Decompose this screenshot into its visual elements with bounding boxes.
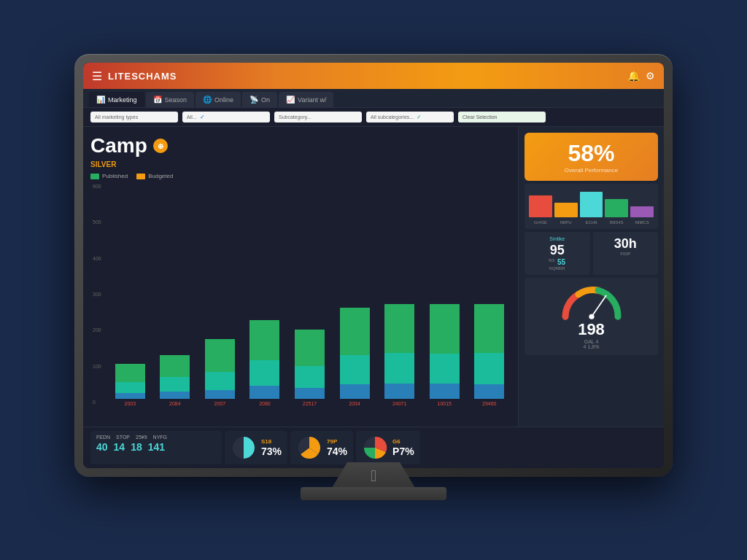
bar-group-2: 2007 <box>198 304 241 406</box>
bar-teal-3 <box>249 360 279 386</box>
bar-green-7 <box>430 304 460 354</box>
bar-blue-8 <box>474 384 504 399</box>
tab-on[interactable]: 📡 On <box>242 92 277 107</box>
pie-info-79p: 79P 74% <box>327 438 347 457</box>
bar-stack-3 <box>244 304 287 399</box>
top-bar-right: 🔔 ⚙ <box>627 70 655 82</box>
bar-group-6: 24071 <box>378 304 421 406</box>
bar-group-5: 2034 <box>333 304 376 406</box>
bar-teal-0 <box>115 382 145 393</box>
app-title: LITESCHAMS <box>108 71 177 82</box>
tab-variant[interactable]: 📈 Variant w/ <box>279 92 333 107</box>
tab-season[interactable]: 📅 Season <box>146 92 195 107</box>
variant-icon: 📈 <box>286 96 295 104</box>
stat-labels-row: FEDN STOP 25¥9 NYFG <box>96 435 216 440</box>
tab-online[interactable]: 🌐 Online <box>196 92 241 107</box>
bar-teal-2 <box>205 372 235 390</box>
bar-stack-2 <box>198 304 241 399</box>
stat-values-row: 40 14 18 141 <box>96 441 216 453</box>
settings-icon[interactable]: ⚙ <box>646 70 655 82</box>
monitor-frame: ☰ LITESCHAMS 🔔 ⚙ 📊 Marketing 📅 Season <box>74 54 673 477</box>
chart-title: Camp ⊕ <box>90 134 511 158</box>
bar-label-1: 2084 <box>169 401 181 406</box>
bar-label-3: 2080 <box>259 401 271 406</box>
bar-teal-1 <box>160 377 190 392</box>
pie-value-s18: 73% <box>261 446 282 457</box>
bar-stack-7 <box>423 304 466 399</box>
bar-label-0: 2003 <box>124 401 136 406</box>
metric-sub-n3: N3 <box>549 258 554 266</box>
metric-kqrer: KQRER <box>529 266 586 271</box>
pie-mini-79p <box>296 435 322 461</box>
metric-30h-value: 30h <box>597 236 654 252</box>
bar-stack-4 <box>288 304 331 399</box>
mini-bar-label-4: NIMCS <box>630 220 654 225</box>
mini-bar-label-2: ECH6 <box>580 220 603 225</box>
gauge-label: GAL 4 <box>584 339 599 344</box>
filter-all-sub[interactable]: All subcategories... ✓ <box>366 112 454 122</box>
stat-v1: 40 <box>96 441 108 453</box>
pie-info-s18: S18 73% <box>261 438 282 457</box>
kpi-orange-card: 58% Overall Performance <box>525 133 658 181</box>
bar-blue-1 <box>160 392 190 399</box>
kpi-label: Overall Performance <box>532 167 651 174</box>
metrics-row: Smlike 95 N3 55 KQRER 30h FIOP <box>525 232 658 275</box>
main-content: Camp ⊕ SILVER Published Budgeted <box>83 127 664 427</box>
mini-bar-chart: Gr4SEN6PUECH6B9S4SNIMCS <box>525 184 658 229</box>
gauge-card: 198 GAL 4 4 1,8% <box>525 278 658 355</box>
bar-group-7: 10015 <box>423 304 466 406</box>
bar-teal-8 <box>474 353 504 384</box>
right-panel: 58% Overall Performance Gr4SEN6PUECH6B9S… <box>518 127 664 427</box>
bar-label-6: 24071 <box>392 401 406 406</box>
legend-published: Published <box>90 173 128 179</box>
stat-label-25y9: 25¥9 <box>136 435 147 440</box>
season-icon: 📅 <box>153 96 162 104</box>
mini-bar-2 <box>580 192 603 217</box>
pie-stat-79p: 79P 74% <box>290 431 353 464</box>
monitor-screen: ☰ LITESCHAMS 🔔 ⚙ 📊 Marketing 📅 Season <box>83 63 664 468</box>
bar-green-3 <box>249 320 279 360</box>
bar-label-5: 2034 <box>349 401 360 406</box>
bar-stack-8 <box>468 304 511 399</box>
pie-value-79p: 74% <box>327 446 347 457</box>
on-icon: 📡 <box>249 96 258 104</box>
bar-group-0: 2003 <box>109 304 152 406</box>
legend-budgeted-color <box>136 174 145 179</box>
pie-value-g6: P7% <box>392 446 414 457</box>
svg-point-1 <box>589 314 594 319</box>
tab-marketing[interactable]: 📊 Marketing <box>89 92 144 107</box>
bar-group-4: 22517 <box>288 304 331 406</box>
gauge-sub: 4 1,8% <box>584 344 600 349</box>
bar-blue-7 <box>430 384 460 399</box>
filter-clear[interactable]: Clear Selection <box>458 112 546 122</box>
monitor-wrapper: ☰ LITESCHAMS 🔔 ⚙ 📊 Marketing 📅 Season <box>74 54 673 506</box>
stat-label-nyfg: NYFG <box>153 435 167 440</box>
gauge-value: 198 <box>578 320 605 339</box>
chart-wrapper: 600 500 400 300 200 100 0 20032084200720… <box>90 184 511 419</box>
gauge-svg <box>559 284 624 320</box>
bar-teal-6 <box>384 353 414 384</box>
chart-subtitle: SILVER <box>90 160 511 168</box>
monitor-base <box>301 487 446 500</box>
metric-30h: 30h FIOP <box>593 232 659 275</box>
bar-blue-5 <box>340 384 370 399</box>
stat-label-stop: STOP <box>116 435 130 440</box>
bar-teal-4 <box>295 366 325 388</box>
mini-bars <box>529 188 654 217</box>
bar-blue-3 <box>249 386 279 399</box>
filter-subcategory[interactable]: Subcategory... <box>274 112 362 122</box>
pie-mini-s18 <box>231 435 257 461</box>
mini-bar-1 <box>554 203 578 217</box>
bar-stack-1 <box>154 304 197 399</box>
mini-bar-3 <box>605 199 628 217</box>
filter-type[interactable]: All marketing types <box>90 112 178 122</box>
stat-numbers: FEDN STOP 25¥9 NYFG 40 14 18 141 <box>90 431 222 464</box>
top-bar: ☰ LITESCHAMS 🔔 ⚙ <box>83 63 664 89</box>
chart-badge: ⊕ <box>153 139 168 153</box>
chart-area: Camp ⊕ SILVER Published Budgeted <box>83 127 518 427</box>
notification-icon[interactable]: 🔔 <box>627 70 640 82</box>
filter-all[interactable]: All... ✓ <box>182 112 270 122</box>
menu-icon[interactable]: ☰ <box>92 69 102 83</box>
mini-bar-labels: Gr4SEN6PUECH6B9S4SNIMCS <box>529 220 654 225</box>
bar-stack-6 <box>378 304 421 399</box>
